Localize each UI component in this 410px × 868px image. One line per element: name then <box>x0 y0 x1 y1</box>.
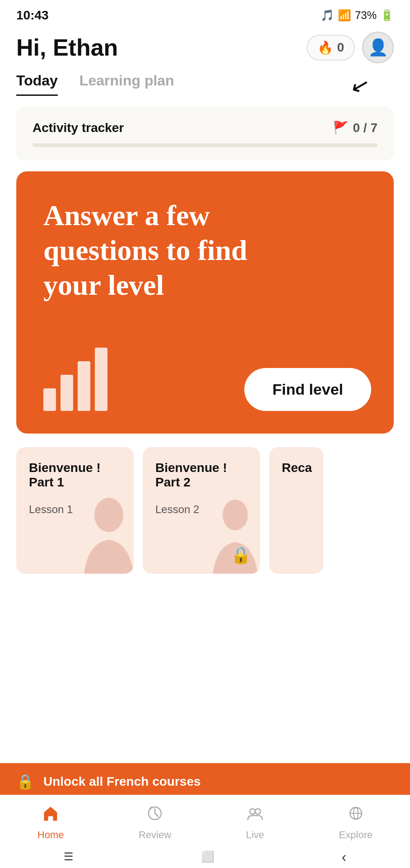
nav-explore-label: Explore <box>339 829 373 841</box>
lesson-card-1[interactable]: Bienvenue ! Part 1 Lesson 1 <box>16 447 134 574</box>
activity-tracker[interactable]: Activity tracker 🚩 0 / 7 <box>16 107 394 160</box>
lesson-card-3-title: Reca <box>282 461 311 475</box>
bluetooth-icon: 🎵 <box>321 9 334 22</box>
system-back-button[interactable]: ‹ <box>341 849 346 865</box>
bar-4 <box>95 348 107 411</box>
find-level-button[interactable]: Find level <box>244 368 371 411</box>
tabs-container: Today Learning plan <box>0 63 410 96</box>
lesson-card-1-avatar <box>79 497 134 574</box>
activity-title: Activity tracker <box>33 121 124 135</box>
lesson-cards-row: Bienvenue ! Part 1 Lesson 1 Bienvenue ! … <box>16 447 394 574</box>
activity-progress-bar <box>33 143 377 147</box>
lesson-card-1-title: Bienvenue ! Part 1 <box>29 461 121 490</box>
lesson-card-2[interactable]: Bienvenue ! Part 2 Lesson 2 🔒 <box>143 447 260 574</box>
hero-bottom: Find level <box>43 348 371 411</box>
streak-badge[interactable]: 🔥 0 <box>307 35 355 61</box>
home-icon <box>42 804 60 826</box>
activity-score: 🚩 0 / 7 <box>333 120 377 135</box>
system-nav: ☰ ⬜ ‹ <box>0 845 410 868</box>
status-time: 10:43 <box>16 8 49 23</box>
svg-point-3 <box>250 809 255 814</box>
battery-icon: 🔋 <box>380 9 394 22</box>
bar-chart-icon <box>43 348 107 411</box>
svg-point-4 <box>255 809 261 814</box>
explore-icon <box>347 804 365 826</box>
flame-icon: 🔥 <box>317 40 333 55</box>
battery-text: 73% <box>355 9 377 22</box>
hero-card: Answer a few questions to find your leve… <box>16 171 394 434</box>
lesson-card-2-title: Bienvenue ! Part 2 <box>155 461 247 490</box>
review-icon <box>146 804 164 826</box>
activity-header: Activity tracker 🚩 0 / 7 <box>33 120 377 135</box>
nav-home[interactable]: Home <box>37 804 64 841</box>
nav-review[interactable]: Review <box>139 804 171 841</box>
system-menu-button[interactable]: ☰ <box>64 850 74 863</box>
score-display: 0 / 7 <box>353 121 377 135</box>
signal-icon: 📶 <box>338 9 351 22</box>
svg-point-0 <box>94 498 123 532</box>
greeting-text: Hi, Ethan <box>16 34 118 61</box>
status-icons: 🎵 📶 73% 🔋 <box>321 9 394 22</box>
header: Hi, Ethan 🔥 0 👤 <box>0 27 410 63</box>
nav-explore[interactable]: Explore <box>339 804 373 841</box>
status-bar: 10:43 🎵 📶 73% 🔋 <box>0 0 410 27</box>
unlock-lock-icon: 🔒 <box>16 773 34 790</box>
lock-icon-card-2: 🔒 <box>231 546 251 565</box>
lesson-card-3-partial[interactable]: Reca <box>269 447 323 574</box>
flag-icon: 🚩 <box>333 120 349 135</box>
bar-3 <box>78 361 90 411</box>
avatar-button[interactable]: 👤 <box>362 32 394 63</box>
nav-live[interactable]: Live <box>246 804 264 841</box>
header-actions: 🔥 0 👤 <box>307 32 394 63</box>
tab-today[interactable]: Today <box>16 72 58 96</box>
bar-2 <box>61 375 73 411</box>
user-icon: 👤 <box>368 38 388 57</box>
streak-count: 0 <box>337 40 344 55</box>
hero-text: Answer a few questions to find your leve… <box>43 198 306 302</box>
bar-1 <box>43 388 56 411</box>
tab-learning-plan[interactable]: Learning plan <box>79 72 174 96</box>
nav-home-label: Home <box>37 829 64 841</box>
svg-point-1 <box>223 500 248 530</box>
nav-review-label: Review <box>139 829 171 841</box>
live-icon <box>246 804 264 826</box>
nav-live-label: Live <box>246 829 264 841</box>
main-content: Activity tracker 🚩 0 / 7 Answer a few qu… <box>0 96 410 585</box>
system-home-button[interactable]: ⬜ <box>201 850 214 863</box>
unlock-text: Unlock all French courses <box>43 774 201 789</box>
bottom-nav: Home Review Live <box>0 795 410 845</box>
